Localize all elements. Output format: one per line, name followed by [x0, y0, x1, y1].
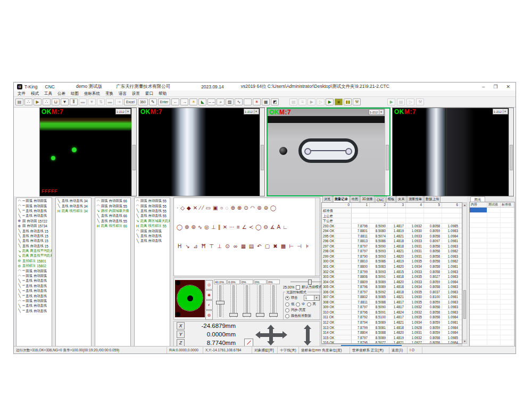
palette-scrollbar[interactable] — [315, 198, 320, 276]
tool-icon[interactable]: ⊣ — [296, 243, 302, 249]
list-item[interactable]: ╲***直线自动直线 — [16, 213, 52, 218]
tool-icon[interactable]: ▢ — [264, 243, 270, 249]
probe-2-button[interactable]: ▼ — [88, 98, 96, 105]
table-row[interactable] — [470, 290, 514, 295]
table-row[interactable] — [470, 294, 514, 300]
tool-icon[interactable]: ⁄ — [203, 205, 204, 211]
table-row[interactable] — [470, 274, 514, 279]
ring-segment-button[interactable]: ◎ — [205, 280, 213, 290]
table-row[interactable]: 306 OK7.87978.50921.48181.09350.80371.09… — [322, 290, 462, 295]
tool-icon[interactable]: ⊛ — [191, 224, 195, 230]
scroll-up-icon[interactable]: ▲ — [463, 203, 467, 207]
axis-updown-button[interactable]: ⇅ — [97, 98, 105, 105]
pattern-button[interactable]: ▨ — [226, 98, 234, 105]
table-row[interactable] — [470, 320, 514, 325]
minimize-button[interactable]: – — [482, 84, 485, 89]
open-2-button[interactable]: ▷ — [406, 98, 414, 105]
chevron-down-icon[interactable]: ▾ — [314, 295, 319, 300]
camera-4-view[interactable]: OKM:7 1-212▾ — [392, 108, 514, 196]
menu-item-公差[interactable]: 公差 — [57, 91, 65, 96]
camera-4-zoom-select[interactable]: 1-212▾ — [493, 109, 508, 114]
table-row[interactable]: 293 OK7.87968.50901.48171.09320.80581.09… — [322, 224, 462, 229]
slider-track[interactable] — [230, 285, 237, 317]
table-row[interactable] — [470, 284, 514, 290]
tool-icon[interactable]: ✕ — [193, 205, 197, 211]
tool-icon[interactable]: ⊥ — [217, 243, 222, 249]
tab-测量报单[interactable]: 测量报单 — [407, 196, 423, 202]
tab-3D测量[interactable]: 3D测量 — [360, 196, 375, 202]
image-button[interactable]: ◣ — [198, 98, 206, 105]
channel-select[interactable]: 1 ▾ — [304, 295, 320, 301]
list-item[interactable]: ╲***直线自动直线 — [16, 309, 52, 314]
tool-icon[interactable]: ∥ — [218, 224, 221, 230]
cal-a-button[interactable]: ▬ — [79, 98, 87, 105]
table-row[interactable]: 315 OK7.87978.50891.48191.09320.80581.09… — [322, 335, 462, 341]
chevron-down-icon[interactable]: ▾ — [254, 110, 258, 113]
table-row[interactable]: 295 OK7.88118.50741.48211.09330.80581.09… — [322, 234, 462, 239]
light-channel-slider[interactable]: 40.0% — [214, 279, 227, 317]
hammer-2-button[interactable]: ⚒ — [416, 98, 424, 105]
tool-icon[interactable]: ▩ — [280, 243, 286, 249]
list-item[interactable]: ⊖直径标注15801 — [16, 259, 52, 263]
list-item[interactable]: ╲***直线自动直线 — [16, 278, 52, 283]
tab-绘图[interactable]: 绘图 — [350, 196, 360, 202]
tool-icon[interactable]: ✕ — [223, 224, 227, 230]
slider-thumb[interactable] — [269, 313, 278, 317]
hammer-button[interactable]: ⚒ — [353, 98, 361, 105]
tool-icon[interactable]: ◯ — [255, 224, 261, 230]
chevron-down-icon[interactable]: ▾ — [379, 110, 383, 114]
tool-icon[interactable]: ⊧ — [304, 243, 310, 249]
table-row[interactable] — [470, 243, 514, 249]
step-button[interactable]: ⇥ — [115, 98, 123, 105]
camera-2-view[interactable]: OKM:7 1-212▾ — [138, 108, 265, 196]
slider-thumb[interactable] — [229, 313, 238, 317]
menu-item-文件[interactable]: 文件 — [18, 91, 26, 96]
tool-icon[interactable]: ∟ — [282, 224, 288, 230]
sign-pen-button[interactable]: ✎ — [149, 98, 157, 105]
tool-icon[interactable]: ▤ — [248, 243, 254, 249]
tool-icon[interactable]: ∕ — [200, 205, 201, 211]
slider-track[interactable] — [217, 285, 223, 317]
open-more-button[interactable]: ∴ — [43, 98, 51, 105]
menu-item-坐标系统[interactable]: 坐标系统 — [84, 91, 100, 96]
tool-icon[interactable]: ⊙ — [244, 205, 248, 211]
table-row[interactable] — [470, 208, 514, 213]
table-row[interactable] — [470, 340, 514, 345]
table-row[interactable] — [470, 304, 514, 310]
tool-icon[interactable]: ◠ — [251, 205, 255, 211]
blank-button[interactable] — [244, 98, 252, 105]
tool-icon[interactable]: ◎ — [204, 224, 209, 230]
tool-icon[interactable]: ◆ — [187, 205, 191, 211]
tab-数据上传[interactable]: 数据上传 — [424, 196, 440, 202]
list-item[interactable]: ◠***圆弧自动圆弧 — [16, 203, 52, 208]
grid-vscrollbar[interactable]: ▲ ▼ — [462, 202, 467, 344]
play-2-button[interactable]: ▶ — [387, 98, 395, 105]
table-row[interactable]: 标准值 — [322, 208, 462, 213]
list-item[interactable]: ◠圆弧自动圆弧55 — [135, 203, 170, 208]
camera-2-scrollbar[interactable] — [260, 108, 264, 196]
table-row[interactable]: 314 OK7.88048.50881.48201.09310.80591.09… — [322, 330, 462, 335]
list-item[interactable]: ╲直线自动直线66 — [95, 213, 130, 218]
tool-icon[interactable]: ∠ — [242, 224, 247, 230]
table-row[interactable]: 305 OK7.87968.50891.48181.09340.80581.09… — [322, 284, 462, 290]
arrow-right-button[interactable]: → — [180, 98, 188, 105]
list-item[interactable]: ◠圆弧自动圆弧55 — [135, 199, 170, 203]
cal-b-button[interactable]: ▬ — [106, 98, 114, 105]
tool-icon[interactable]: ⊜ — [264, 205, 268, 211]
list-item[interactable]: ◠***圆弧自动圆弧 — [16, 274, 52, 278]
list-item[interactable]: ╲直线自动直线15 — [16, 228, 52, 233]
table-row[interactable] — [470, 238, 514, 244]
tool-icon[interactable]: ⊖ — [263, 224, 268, 230]
tab-测量记录[interactable]: 测量记录 — [333, 196, 350, 202]
star-button[interactable]: ✳ — [253, 98, 261, 105]
tool-icon[interactable]: ⊥ — [211, 224, 216, 230]
table-row[interactable]: 300 OK7.88108.50861.48191.09350.80581.09… — [322, 259, 462, 264]
table-row[interactable] — [470, 223, 514, 228]
maximize-button[interactable]: ❐ — [493, 84, 497, 89]
list-item[interactable]: ╲直线自动直线15 — [16, 234, 52, 238]
table-row[interactable] — [470, 233, 514, 238]
camera-4-scrollbar[interactable] — [509, 108, 513, 196]
tool-icon[interactable]: ∿ — [198, 224, 202, 230]
tool-icon[interactable]: A — [277, 224, 281, 230]
list-item[interactable]: ╲***直线自动直线 — [16, 289, 52, 293]
